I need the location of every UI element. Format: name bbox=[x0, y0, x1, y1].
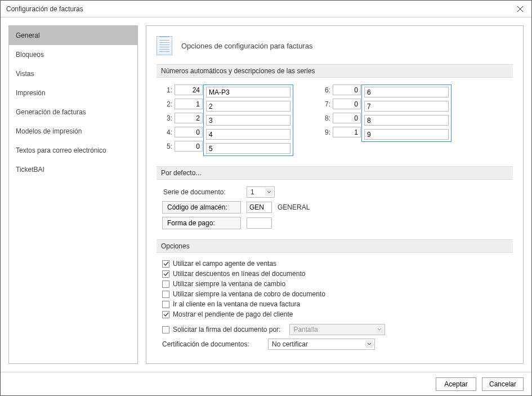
firma-label: Solicitar la firma del documento por: bbox=[173, 326, 280, 333]
firma-value: Pantalla bbox=[293, 326, 318, 333]
series-num-input[interactable] bbox=[175, 99, 203, 109]
sidebar-item-2[interactable]: Vistas bbox=[9, 64, 137, 83]
series-label: 7: bbox=[320, 100, 330, 108]
sidebar-item-0[interactable]: General bbox=[9, 26, 137, 45]
series-grid: 1:2:3:4:5: 6:7:8:9: bbox=[162, 84, 513, 156]
serie-label: Serie de documento: bbox=[162, 188, 241, 196]
pago-button[interactable]: Forma de pago: bbox=[162, 217, 241, 229]
page-header: Opciones de configuración para facturas bbox=[157, 36, 513, 55]
sidebar-item-7[interactable]: TicketBAI bbox=[9, 160, 137, 179]
serie-value: 1 bbox=[251, 188, 254, 196]
sidebar-item-6[interactable]: Textos para correo electrónico bbox=[9, 141, 137, 160]
defaults-block: Serie de documento: 1 Código de almacén:… bbox=[162, 186, 513, 229]
series-desc-input[interactable] bbox=[364, 115, 449, 126]
option-label: Ir al cliente en la ventana de nueva fac… bbox=[173, 300, 300, 308]
accept-button[interactable]: Aceptar bbox=[436, 377, 476, 391]
series-num-input[interactable] bbox=[333, 113, 361, 123]
option-row: Ir al cliente en la ventana de nueva fac… bbox=[162, 300, 513, 308]
sidebar-item-1[interactable]: Bloqueos bbox=[9, 45, 137, 64]
series-col-left: 1:2:3:4:5: bbox=[162, 84, 293, 156]
series-label: 3: bbox=[162, 114, 172, 122]
option-checkbox[interactable] bbox=[162, 270, 169, 278]
almacen-code-input[interactable] bbox=[247, 202, 272, 213]
series-desc-input[interactable] bbox=[206, 115, 290, 126]
almacen-button[interactable]: Código de almacén: bbox=[162, 201, 241, 213]
series-row: 7: bbox=[320, 99, 361, 109]
series-desc-input[interactable] bbox=[206, 87, 290, 97]
chevron-down-icon bbox=[365, 340, 373, 348]
option-checkbox[interactable] bbox=[162, 301, 169, 308]
option-label: Mostrar el pendiente de pago del cliente bbox=[173, 310, 293, 318]
almacen-name: GENERAL bbox=[278, 203, 310, 211]
cert-value: No certificar bbox=[272, 340, 308, 348]
cert-label: Certificación de documentos: bbox=[162, 340, 262, 348]
dialog-body: GeneralBloqueosVistasImpresiónGeneración… bbox=[1, 17, 531, 372]
options-list: Utilizar el campo agente de ventasUtiliz… bbox=[162, 260, 513, 318]
option-label: Utilizar siempre la ventana de cambio bbox=[173, 280, 285, 288]
series-label: 2: bbox=[162, 100, 172, 108]
sidebar-item-5[interactable]: Modelos de impresión bbox=[9, 122, 137, 141]
series-desc-input[interactable] bbox=[364, 129, 449, 140]
chevron-down-icon bbox=[375, 326, 383, 333]
series-label: 9: bbox=[320, 128, 330, 136]
close-icon bbox=[517, 6, 523, 12]
sidebar-item-4[interactable]: Generación de facturas bbox=[9, 103, 137, 122]
series-row: 2: bbox=[162, 99, 203, 109]
series-desc-group bbox=[203, 84, 293, 156]
series-row: 4: bbox=[162, 127, 203, 137]
series-num-input[interactable] bbox=[333, 84, 361, 95]
sidebar: GeneralBloqueosVistasImpresiónGeneración… bbox=[8, 25, 138, 364]
series-row: 1: bbox=[162, 84, 203, 95]
series-num-input[interactable] bbox=[333, 127, 361, 137]
series-row: 5: bbox=[162, 141, 203, 152]
window-title: Configuración de facturas bbox=[6, 5, 509, 13]
sidebar-item-3[interactable]: Impresión bbox=[9, 83, 137, 103]
series-col-right: 6:7:8:9: bbox=[320, 84, 451, 156]
series-desc-input[interactable] bbox=[206, 129, 290, 140]
option-checkbox[interactable] bbox=[162, 311, 169, 318]
option-checkbox[interactable] bbox=[162, 281, 169, 288]
option-row: Utilizar el campo agente de ventas bbox=[162, 260, 513, 268]
option-checkbox[interactable] bbox=[162, 291, 169, 298]
series-label: 6: bbox=[320, 86, 330, 94]
series-num-input[interactable] bbox=[175, 127, 203, 137]
option-checkbox[interactable] bbox=[162, 260, 169, 268]
footer: Aceptar Cancelar bbox=[1, 372, 531, 395]
option-label: Utilizar descuentos en líneas del docume… bbox=[173, 270, 305, 278]
series-desc-input[interactable] bbox=[364, 101, 449, 112]
section-header-options: Opciones bbox=[157, 239, 513, 253]
firma-combo: Pantalla bbox=[289, 324, 385, 335]
series-label: 8: bbox=[320, 114, 330, 122]
series-num-input[interactable] bbox=[175, 84, 203, 95]
option-row: Utilizar descuentos en líneas del docume… bbox=[162, 270, 513, 278]
close-button[interactable] bbox=[509, 1, 531, 17]
titlebar: Configuración de facturas bbox=[1, 1, 531, 17]
document-icon bbox=[157, 36, 172, 55]
series-desc-input[interactable] bbox=[206, 101, 290, 112]
series-num-input[interactable] bbox=[175, 141, 203, 152]
series-desc-input[interactable] bbox=[364, 87, 449, 97]
cancel-button[interactable]: Cancelar bbox=[482, 377, 524, 391]
option-row: Mostrar el pendiente de pago del cliente bbox=[162, 310, 513, 318]
series-desc-input[interactable] bbox=[206, 143, 290, 154]
series-num-input[interactable] bbox=[175, 113, 203, 123]
series-row: 3: bbox=[162, 113, 203, 123]
serie-combo[interactable]: 1 bbox=[247, 186, 275, 198]
option-row: Utilizar siempre la ventana de cambio bbox=[162, 280, 513, 288]
series-row: 8: bbox=[320, 113, 361, 123]
series-row: 9: bbox=[320, 127, 361, 137]
option-row: Utilizar siempre la ventana de cobro de … bbox=[162, 290, 513, 298]
option-label: Utilizar siempre la ventana de cobro de … bbox=[173, 290, 325, 298]
section-header-defaults: Por defecto... bbox=[157, 166, 513, 180]
firma-checkbox[interactable] bbox=[162, 326, 169, 333]
series-label: 1: bbox=[162, 86, 172, 94]
section-header-series: Números automáticos y descripciones de l… bbox=[157, 64, 513, 78]
series-row: 6: bbox=[320, 84, 361, 95]
cert-combo[interactable]: No certificar bbox=[268, 339, 375, 350]
series-label: 4: bbox=[162, 128, 172, 136]
series-label: 5: bbox=[162, 143, 172, 150]
option-label: Utilizar el campo agente de ventas bbox=[173, 260, 276, 268]
series-num-input[interactable] bbox=[333, 99, 361, 109]
chevron-down-icon bbox=[265, 188, 273, 196]
pago-input[interactable] bbox=[247, 217, 272, 229]
